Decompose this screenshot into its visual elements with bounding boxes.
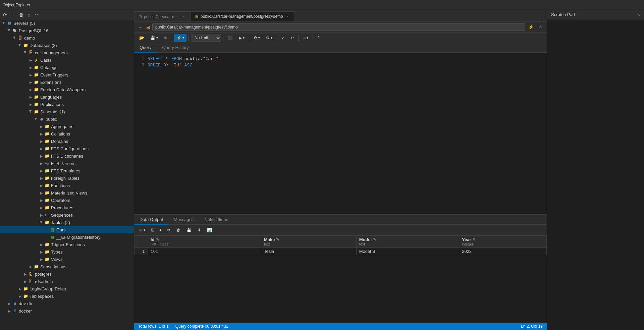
copy-btn[interactable]: ⎘ bbox=[149, 226, 156, 234]
editor-content[interactable]: SELECT * FROM public."Cars" ORDER BY "Id… bbox=[148, 53, 547, 214]
sidebar-item-aggregates[interactable]: ▶ 📁 Aggregates bbox=[0, 123, 134, 130]
cell-make-1[interactable]: Tesla bbox=[261, 248, 356, 255]
sidebar-item-cars[interactable]: ▶ ▦ Cars bbox=[0, 226, 134, 233]
sidebar-item-login-roles[interactable]: ▶ 📁 Login/Group Roles bbox=[0, 285, 134, 292]
sidebar-item-domains[interactable]: ▶ 📁 Domains bbox=[0, 138, 134, 145]
sidebar-item-event-triggers[interactable]: ▶ 📁 Event Triggers bbox=[0, 71, 134, 78]
sidebar-new-btn[interactable]: + bbox=[9, 11, 17, 18]
filter-btn[interactable]: ⚡ ▾ bbox=[174, 34, 186, 42]
sidebar-item-publications[interactable]: ▶ 📁 Publications bbox=[0, 101, 134, 108]
tab-messages[interactable]: Messages bbox=[168, 215, 199, 225]
scratch-pad-close-btn[interactable]: × bbox=[637, 12, 640, 17]
sidebar-item-servers[interactable]: ▶ 🖥 Servers (5) bbox=[0, 19, 134, 27]
explain-btn[interactable]: ⚙ ▾ bbox=[251, 34, 262, 42]
rollback-btn[interactable]: ↩ bbox=[288, 34, 297, 42]
sidebar-item-docker[interactable]: ▶ 🖥 docker bbox=[0, 307, 134, 315]
col-edit-year[interactable]: ✎ bbox=[473, 237, 476, 242]
delete-row-btn[interactable]: 🗑 bbox=[174, 226, 183, 234]
tab-query-editor[interactable]: Query bbox=[134, 43, 157, 53]
limit-select[interactable]: No limit 1000 rows 500 rows 100 rows bbox=[191, 34, 221, 42]
add-row-btn[interactable]: ⊕ ▾ bbox=[137, 226, 148, 234]
sidebar-item-tablespaces[interactable]: ▶ 📁 Tablespaces bbox=[0, 292, 134, 300]
tab-query-close[interactable]: × bbox=[285, 14, 290, 19]
save-data-btn[interactable]: 💾 bbox=[184, 226, 194, 234]
url-input[interactable] bbox=[152, 23, 525, 31]
subscriptions-icon: 📁 bbox=[34, 264, 39, 269]
sidebar-item-postgres[interactable]: ▶ 🗄 postgres bbox=[0, 270, 134, 278]
sidebar-item-catalogs[interactable]: ▶ 📁 Catalogs bbox=[0, 64, 134, 71]
tab-cars-grid[interactable]: ⊞ public.Cars/car-m... × bbox=[134, 11, 191, 21]
sidebar-item-trigger-functions[interactable]: ▶ 📁 Trigger Functions bbox=[0, 241, 134, 248]
sidebar-item-functions[interactable]: ▶ 📁 Functions bbox=[0, 182, 134, 189]
stop-btn[interactable]: ⬛ bbox=[225, 34, 235, 42]
sidebar-item-efmigrations[interactable]: ▶ ▦ __EFMigrationsHistory bbox=[0, 233, 134, 241]
explain-options-btn[interactable]: ⚙ ▾ bbox=[264, 34, 275, 42]
cell-model-1[interactable]: Model S bbox=[356, 248, 459, 255]
col-header-model[interactable]: Model ✎ text bbox=[356, 236, 459, 248]
catalogs-icon: 📁 bbox=[34, 65, 39, 70]
save-btn[interactable]: 💾 ▾ bbox=[148, 34, 160, 42]
col-edit-make[interactable]: ✎ bbox=[276, 237, 279, 242]
tab-cars-grid-close[interactable]: × bbox=[181, 14, 186, 19]
car-mgmt-label: car-management bbox=[35, 50, 68, 55]
sidebar-item-sequences[interactable]: ▶ 1.0 Sequences bbox=[0, 211, 134, 219]
chart-btn[interactable]: 📊 bbox=[205, 226, 214, 234]
paste-btn[interactable]: ⧉ bbox=[165, 226, 173, 234]
trigger-functions-label: Trigger Functions bbox=[51, 242, 85, 247]
sidebar-item-fts-templates[interactable]: ▶ 📁 FTS Templates bbox=[0, 167, 134, 174]
tab-bar-more-btn[interactable]: ⋮ bbox=[539, 14, 547, 21]
col-header-year[interactable]: Year ✎ integer bbox=[459, 236, 547, 248]
tab-data-output[interactable]: Data Output bbox=[134, 215, 168, 225]
sidebar-item-materialized-views[interactable]: ▶ 📁 Materialized Views bbox=[0, 189, 134, 197]
sidebar-item-demo[interactable]: ▶ 🗄 demo bbox=[0, 34, 134, 42]
tab-query[interactable]: ⊞ public.Cars/car-management/postgres@de… bbox=[191, 11, 295, 21]
sidebar-item-types[interactable]: ▶ 📁 Types bbox=[0, 248, 134, 256]
sidebar-filter-btn[interactable]: ⌂ bbox=[25, 11, 33, 18]
sidebar-item-foreign-tables[interactable]: ▶ 📁 Foreign Tables bbox=[0, 174, 134, 182]
cell-id-1[interactable]: 101 bbox=[148, 248, 261, 255]
col-edit-id[interactable]: ✎ bbox=[156, 237, 159, 242]
sidebar-refresh-btn[interactable]: ⟳ bbox=[1, 11, 9, 18]
sidebar-item-rdsadmin[interactable]: ▶ 🗄 rdsadmin bbox=[0, 278, 134, 285]
sidebar-item-fts-dicts[interactable]: ▶ 📁 FTS Dictionaries bbox=[0, 152, 134, 160]
tab-query-history[interactable]: Query History bbox=[157, 43, 194, 53]
col-header-make[interactable]: Make ✎ text bbox=[261, 236, 356, 248]
url-nav-back-btn[interactable]: ← bbox=[137, 23, 144, 31]
copy-options-btn[interactable]: ▾ bbox=[157, 226, 164, 234]
url-refresh-btn[interactable]: ⟳ bbox=[537, 23, 544, 31]
tab-notifications[interactable]: Notifications bbox=[199, 215, 233, 225]
sidebar-item-fts-parsers[interactable]: ▶ Aa FTS Parsers bbox=[0, 160, 134, 167]
macros-edit-btn[interactable]: ✎ bbox=[162, 34, 170, 42]
sidebar-more-btn[interactable]: ⋯ bbox=[34, 11, 41, 18]
open-file-btn[interactable]: 📂 bbox=[137, 34, 147, 42]
sidebar-item-dev-db[interactable]: ▶ 🖥 dev-db bbox=[0, 300, 134, 307]
sidebar-item-car-management[interactable]: ▶ 🗄 car-management bbox=[0, 49, 134, 56]
sidebar-item-postgresql16[interactable]: ▶ 🐘 PostgreSQL 16 bbox=[0, 27, 134, 34]
download-btn[interactable]: ⬇ bbox=[195, 226, 203, 234]
cell-year-1[interactable]: 2022 bbox=[459, 248, 547, 255]
editor-area[interactable]: 1 2 SELECT * FROM public."Cars" ORDER BY… bbox=[134, 53, 547, 214]
scratch-pad-body[interactable] bbox=[547, 19, 644, 330]
url-connect-btn[interactable]: ⚡ bbox=[527, 23, 535, 31]
sidebar-item-views[interactable]: ▶ 📁 Views bbox=[0, 256, 134, 263]
sidebar-item-fts-configs[interactable]: ▶ 📁 FTS Configurations bbox=[0, 145, 134, 152]
sidebar-item-databases[interactable]: ▶ 📁 Databases (3) bbox=[0, 42, 134, 49]
sidebar-item-casts[interactable]: ▶ ⚡ Casts bbox=[0, 56, 134, 64]
sidebar-item-public[interactable]: ▶ ◆ public bbox=[0, 115, 134, 123]
sidebar-item-subscriptions[interactable]: ▶ 📁 Subscriptions bbox=[0, 263, 134, 270]
macros-btn[interactable]: ≡ ▾ bbox=[301, 34, 311, 42]
col-edit-model[interactable]: ✎ bbox=[373, 237, 376, 242]
sidebar-item-schemas[interactable]: ▶ 📁 Schemas (1) bbox=[0, 108, 134, 115]
sidebar-item-operators[interactable]: ▶ 📁 Operators bbox=[0, 197, 134, 204]
sidebar-item-languages[interactable]: ▶ 📁 Languages bbox=[0, 93, 134, 101]
run-btn[interactable]: ▶ ▾ bbox=[236, 34, 247, 42]
sidebar-delete-btn[interactable]: 🗑 bbox=[17, 11, 25, 18]
sidebar-item-procedures[interactable]: ▶ 📁 Procedures bbox=[0, 204, 134, 211]
sidebar-item-tables[interactable]: ▶ 📁 Tables (2) bbox=[0, 219, 134, 226]
col-header-id[interactable]: Id ✎ [PK] integer bbox=[148, 236, 261, 248]
commit-btn[interactable]: ✓ bbox=[279, 34, 287, 42]
sidebar-item-collations[interactable]: ▶ 📁 Collations bbox=[0, 130, 134, 138]
sidebar-item-extensions[interactable]: ▶ 📁 Extensions bbox=[0, 78, 134, 86]
sidebar-item-fdw[interactable]: ▶ 📁 Foreign Data Wrappers bbox=[0, 86, 134, 93]
help-btn[interactable]: ? bbox=[315, 34, 322, 42]
